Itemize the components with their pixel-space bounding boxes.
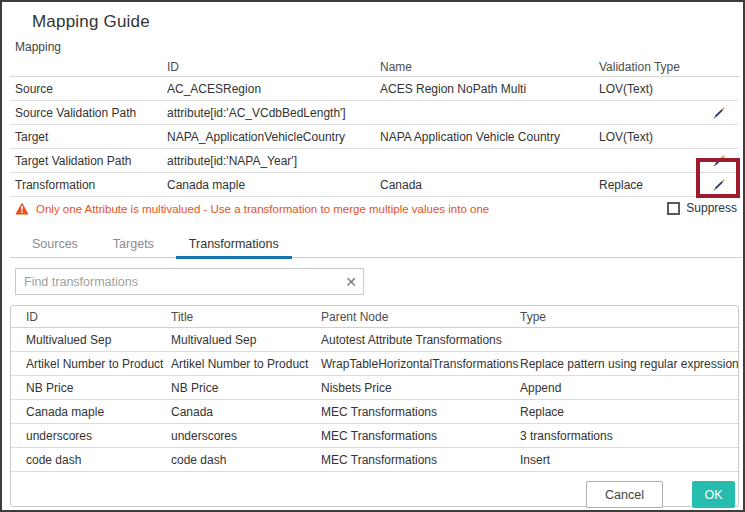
table-row-source[interactable]: Source AC_ACESRegion ACES Region NoPath … xyxy=(10,77,739,101)
col-title: Title xyxy=(171,310,321,324)
cell-title: Artikel Number to Product xyxy=(171,357,321,371)
edit-source-validation-path-button[interactable] xyxy=(709,103,729,123)
row-id: attribute[id:'NAPA_Year'] xyxy=(167,154,380,168)
cell-title: NB Price xyxy=(171,381,321,395)
row-label: Transformation xyxy=(15,178,167,192)
table-row-target[interactable]: Target NAPA_ApplicationVehicleCountry NA… xyxy=(10,125,739,149)
cell-type: Insert xyxy=(520,453,738,467)
cell-id: Artikel Number to Product xyxy=(26,357,171,371)
tab-sources[interactable]: Sources xyxy=(19,233,91,257)
mapping-table-header: ID Name Validation Type xyxy=(10,57,739,77)
cell-type: Replace xyxy=(520,405,738,419)
cell-id: underscores xyxy=(26,429,171,443)
cell-id: code dash xyxy=(26,453,171,467)
cell-type: 3 transformations xyxy=(520,429,738,443)
row-validation-type: LOV(Text) xyxy=(599,130,699,144)
row-validation-type: Replace xyxy=(599,178,699,192)
cell-parent-node: Nisbets Price xyxy=(321,381,520,395)
row-validation-type: LOV(Text) xyxy=(599,82,699,96)
col-id: ID xyxy=(167,60,380,74)
row-id: NAPA_ApplicationVehicleCountry xyxy=(167,130,380,144)
cell-title: underscores xyxy=(171,429,321,443)
tab-transformations[interactable]: Transformations xyxy=(176,233,292,257)
cell-parent-node: MEC Transformations xyxy=(321,429,520,443)
cell-parent-node: MEC Transformations xyxy=(321,405,520,419)
cell-id: Canada maple xyxy=(26,405,171,419)
cell-title: Canada xyxy=(171,405,321,419)
pencil-icon xyxy=(711,153,727,169)
table-row-transformation[interactable]: Transformation Canada maple Canada Repla… xyxy=(10,173,739,197)
page-title: Mapping Guide xyxy=(32,12,150,32)
suppress-control: Suppress xyxy=(667,201,737,215)
clear-search-icon[interactable]: ✕ xyxy=(339,274,363,290)
table-row[interactable]: underscores underscores MEC Transformati… xyxy=(11,424,738,448)
suppress-label: Suppress xyxy=(686,201,737,215)
multivalued-warning: Only one Attribute is multivalued - Use … xyxy=(15,202,633,215)
row-label: Source Validation Path xyxy=(15,106,167,120)
cell-title: code dash xyxy=(171,453,321,467)
cell-type: Append xyxy=(520,381,738,395)
tab-bar: Sources Targets Transformations xyxy=(10,233,742,258)
row-id: AC_ACESRegion xyxy=(167,82,380,96)
row-id: attribute[id:'AC_VCdbBedLength'] xyxy=(167,106,380,120)
pencil-icon xyxy=(711,105,727,121)
row-label: Source xyxy=(15,82,167,96)
warning-triangle-icon xyxy=(15,202,29,215)
warning-text: Only one Attribute is multivalued - Use … xyxy=(36,203,489,215)
table-row[interactable]: code dash code dash MEC Transformations … xyxy=(11,448,738,472)
edit-target-validation-path-button[interactable] xyxy=(709,151,729,171)
col-id: ID xyxy=(26,310,171,324)
cell-id: Multivalued Sep xyxy=(26,333,171,347)
tab-targets[interactable]: Targets xyxy=(100,233,167,257)
row-name: ACES Region NoPath Multi xyxy=(380,82,599,96)
col-name: Name xyxy=(380,60,599,74)
ok-button[interactable]: OK xyxy=(692,481,735,508)
row-name: Canada xyxy=(380,178,599,192)
cell-type: Replace pattern using regular expression… xyxy=(520,357,738,371)
mapping-table: ID Name Validation Type Source AC_ACESRe… xyxy=(10,57,739,197)
cell-id: NB Price xyxy=(26,381,171,395)
suppress-checkbox[interactable] xyxy=(667,202,680,215)
row-name: NAPA Application Vehicle Country xyxy=(380,130,599,144)
table-row[interactable]: Multivalued Sep Multivalued Sep Autotest… xyxy=(11,328,738,352)
search-input[interactable] xyxy=(16,275,339,289)
table-row-target-validation-path[interactable]: Target Validation Path attribute[id:'NAP… xyxy=(10,149,739,173)
col-validation-type: Validation Type xyxy=(599,60,699,74)
table-row-source-validation-path[interactable]: Source Validation Path attribute[id:'AC_… xyxy=(10,101,739,125)
mapping-guide-dialog: Mapping Guide Mapping ID Name Validation… xyxy=(0,0,745,512)
col-type: Type xyxy=(520,310,738,324)
table-row[interactable]: Canada maple Canada MEC Transformations … xyxy=(11,400,738,424)
edit-transformation-button[interactable] xyxy=(709,175,729,195)
cell-parent-node: MEC Transformations xyxy=(321,453,520,467)
col-parent-node: Parent Node xyxy=(321,310,520,324)
transformations-table: ID Title Parent Node Type Multivalued Se… xyxy=(10,305,739,507)
row-label: Target xyxy=(15,130,167,144)
cell-parent-node: WrapTableHorizontalTransformations xyxy=(321,357,520,371)
cell-title: Multivalued Sep xyxy=(171,333,321,347)
row-label: Target Validation Path xyxy=(15,154,167,168)
table-row[interactable]: NB Price NB Price Nisbets Price Append xyxy=(11,376,738,400)
mapping-section-label: Mapping xyxy=(15,40,61,54)
transformations-table-header: ID Title Parent Node Type xyxy=(11,306,738,328)
table-row[interactable]: Artikel Number to Product Artikel Number… xyxy=(11,352,738,376)
search-box: ✕ xyxy=(15,268,364,295)
cell-parent-node: Autotest Attribute Transformations xyxy=(321,333,520,347)
row-id: Canada maple xyxy=(167,178,380,192)
cancel-button[interactable]: Cancel xyxy=(586,481,663,508)
pencil-icon xyxy=(711,177,727,193)
